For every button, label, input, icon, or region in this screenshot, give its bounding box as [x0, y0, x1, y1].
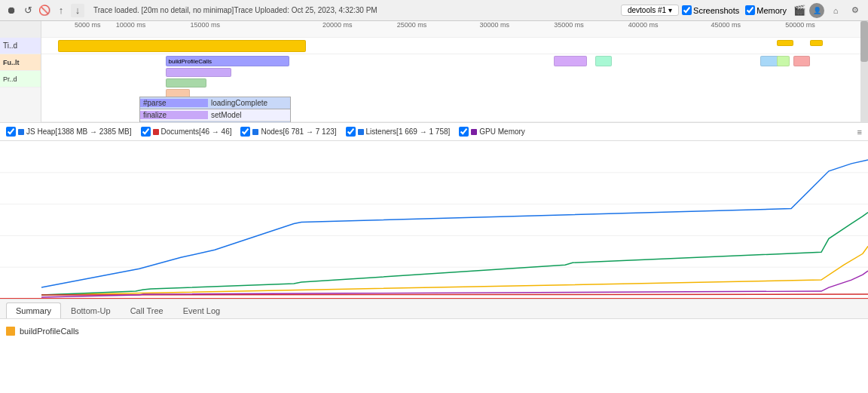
tab-eventlog[interactable]: Event Log [173, 302, 231, 318]
metrics-bar: JS Heap[1388 MB → 2385 MB] Documents[46 … [0, 123, 868, 141]
metric-gpu[interactable]: GPU Memory [459, 127, 525, 137]
tab-summary[interactable]: Summary [6, 302, 61, 318]
metric-listeners-label: Listeners[1 669 → 1 758] [366, 127, 451, 136]
track-labels: Ti..d Fu..lt Pr..d [0, 21, 41, 122]
metric-jsheap-label: JS Heap[1388 MB → 2385 MB] [26, 127, 132, 136]
metric-documents[interactable]: Documents[46 → 46] [141, 127, 232, 137]
track-label-1[interactable]: Fu..lt [0, 54, 41, 71]
metric-listeners[interactable]: Listeners[1 669 → 1 758] [346, 127, 451, 137]
track-label-0[interactable]: Ti..d [0, 38, 41, 54]
tab-bottomup[interactable]: Bottom-Up [61, 302, 121, 318]
chart-area [0, 141, 868, 299]
record-button[interactable]: ⏺ [5, 4, 18, 17]
download-button[interactable]: ↓ [71, 4, 84, 17]
scrollbar-thumb[interactable] [860, 21, 868, 62]
screenshots-checkbox[interactable]: Screenshots [682, 5, 739, 15]
svg-rect-0 [0, 141, 868, 299]
metric-nodes-label: Nodes[6 781 → 7 123] [261, 127, 336, 136]
metric-jsheap[interactable]: JS Heap[1388 MB → 2385 MB] [6, 127, 132, 137]
dropdown-icon: ▾ [668, 6, 672, 14]
bottom-tabs: Summary Bottom-Up Call Tree Event Log [0, 299, 868, 319]
toolbar: ⏺ ↺ 🚫 ↑ ↓ Trace loaded. [20m no detail, … [0, 0, 868, 21]
bottom-indicator [6, 327, 15, 336]
metric-documents-label: Documents[46 → 46] [161, 127, 232, 136]
gear-button[interactable]: ⚙ [847, 2, 863, 19]
bottom-text: buildProfileCalls [20, 327, 79, 336]
tab-label: devtools #1 [628, 6, 666, 14]
tab-selector[interactable]: devtools #1 ▾ [621, 5, 679, 16]
chart-svg [0, 141, 868, 299]
home-button[interactable]: ⌂ [827, 2, 844, 19]
metric-nodes[interactable]: Nodes[6 781 → 7 123] [240, 127, 336, 137]
clear-button[interactable]: 🚫 [38, 4, 51, 17]
avatar[interactable]: 👤 [809, 3, 824, 18]
flame-row-0[interactable] [41, 38, 868, 54]
metric-gpu-label: GPU Memory [479, 127, 525, 136]
tab-calltree[interactable]: Call Tree [121, 302, 173, 318]
memory-checkbox[interactable]: Memory [745, 5, 787, 15]
checkbox-group: Screenshots Memory 🎬 [682, 4, 806, 17]
bottom-content: buildProfileCalls [0, 319, 868, 343]
flame-popup: #parse loadingComplete finalize setModel… [139, 97, 291, 123]
refresh-button[interactable]: ↺ [21, 4, 35, 17]
timeline-scrollbar[interactable] [860, 21, 868, 122]
ruler-track-label [0, 21, 41, 38]
track-label-2[interactable]: Pr..d [0, 71, 41, 88]
camera-icon[interactable]: 🎬 [793, 4, 806, 17]
trace-info: Trace loaded. [20m no detail, no minimap… [87, 6, 618, 14]
metrics-menu-button[interactable]: ≡ [857, 127, 862, 137]
upload-button[interactable]: ↑ [54, 4, 68, 17]
main-timeline: Ti..d Fu..lt Pr..d 5000 ms 10000 ms 1500… [0, 21, 868, 123]
